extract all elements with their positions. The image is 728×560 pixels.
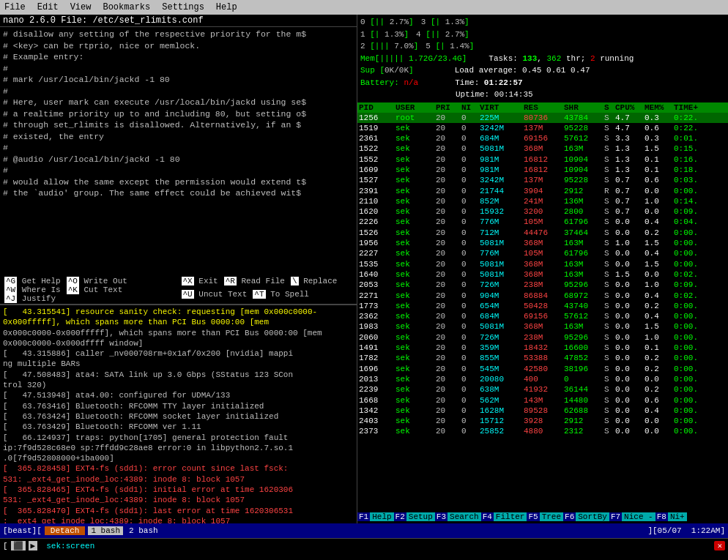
- col-mem[interactable]: MEM%: [645, 103, 674, 112]
- htop-panel: 0 [|| 2.7%] 3 [| 1.3%] 1 [| 1.3%] 4 [|| …: [357, 15, 728, 523]
- table-row[interactable]: 1535 sek 20 0 5081M 368M 163M S 0.0 1.5 …: [357, 259, 728, 269]
- fn4[interactable]: F4Filter: [481, 512, 527, 521]
- log-line: [ 63.763429] Bluetooth: RFCOMM ver 1.11: [3, 422, 354, 432]
- nano-line: # through set_rlimits is disallowed. Alt…: [3, 119, 354, 131]
- table-row[interactable]: 2226 sek 20 0 776M 105M 61796 S 0.0 0.4 …: [357, 217, 728, 227]
- table-row[interactable]: 2239 sek 20 0 638M 41932 36144 S 0.0 0.2…: [357, 384, 728, 395]
- menu-file[interactable]: File: [4, 2, 26, 12]
- log-line: 531: _ext4_get_inode_loc:4389: inode 8: …: [3, 495, 354, 505]
- fn1[interactable]: F1Help: [357, 512, 394, 521]
- col-s[interactable]: S: [604, 103, 615, 112]
- col-time[interactable]: TIME+: [674, 103, 718, 112]
- fn5[interactable]: F5Tree: [527, 512, 563, 521]
- fn8[interactable]: F8Ni+: [655, 512, 687, 521]
- table-row[interactable]: 1552 sek 20 0 981M 16812 10904 S 1.3 0.1…: [357, 154, 728, 165]
- log-line: .0[7f9d52808000+1ba000]: [3, 453, 354, 463]
- log-line: [ 365.828470] EXT4-fs (sdd1): last error…: [3, 506, 354, 516]
- table-row[interactable]: 1342 sek 20 0 1628M 89528 62688 S 0.0 0.…: [357, 406, 728, 416]
- table-row[interactable]: 1526 sek 20 0 712M 44476 37464 S 0.0 0.2…: [357, 228, 728, 238]
- log-line: : _ext4_get_inode_loc:4389: inode 8: blo…: [3, 516, 354, 523]
- nano-line: #: [3, 165, 354, 176]
- col-res[interactable]: RES: [524, 103, 564, 112]
- table-row[interactable]: 2110 sek 20 0 852M 241M 136M S 0.7 1.0 0…: [357, 196, 728, 206]
- table-row[interactable]: 2403 sek 20 0 15712 3928 2912 S 0.0 0.0 …: [357, 416, 728, 426]
- table-row[interactable]: 1519 sek 20 0 3242M 137M 95228 S 4.7 0.6…: [357, 123, 728, 133]
- fn3[interactable]: F3Search: [435, 512, 481, 521]
- table-row[interactable]: 1609 sek 20 0 981M 16812 10904 S 1.3 0.1…: [357, 165, 728, 175]
- nano-line: # Here, user mark can execute /usr/local…: [3, 97, 354, 108]
- col-ni[interactable]: NI: [461, 103, 480, 112]
- table-row[interactable]: 1256 root 20 0 225M 80736 43784 S 4.7 0.…: [357, 113, 728, 123]
- log-line: [ 63.763424] Bluetooth: RFCOMM socket la…: [3, 411, 354, 422]
- col-shr[interactable]: SHR: [564, 103, 604, 112]
- nano-line: #: [3, 142, 354, 154]
- table-row[interactable]: 1620 sek 20 0 15932 3200 2800 S 0.7 0.0 …: [357, 206, 728, 217]
- table-row[interactable]: 2373 sek 20 0 25852 4880 2312 S 0.0 0.0 …: [357, 426, 728, 436]
- table-row[interactable]: 2362 sek 20 0 684M 69156 57612 S 0.0 0.4…: [357, 311, 728, 321]
- col-pid[interactable]: PID: [359, 103, 395, 112]
- terminal-log[interactable]: [ 43.315541] resource sanity check: requ…: [0, 304, 357, 523]
- table-row[interactable]: 1956 sek 20 0 5081M 368M 163M S 1.0 1.5 …: [357, 238, 728, 248]
- table-row[interactable]: 2013 sek 20 0 20080 400 0 S 0.0 0.0 0:00…: [357, 374, 728, 384]
- nano-title-text: nano 2.6.0 File: /etc/set_rlimits.conf: [3, 15, 204, 26]
- nano-line: #: [3, 86, 354, 97]
- nano-line: # mark /usr/local/bin/jackd -1 80: [3, 74, 354, 86]
- tab-1-bash[interactable]: 1 bash: [88, 526, 123, 535]
- table-row[interactable]: 1773 sek 20 0 654M 50428 43740 S 0.0 0.2…: [357, 301, 728, 311]
- nano-line: # @audio /usr/local/bin/jackd -1 80: [3, 154, 354, 165]
- status-left-bracket: [: [3, 542, 8, 550]
- col-cpu[interactable]: CPU%: [615, 103, 645, 112]
- fn6[interactable]: F6SortBy: [563, 512, 609, 521]
- table-row[interactable]: 2227 sek 20 0 776M 105M 61796 S 0.0 0.4 …: [357, 248, 728, 258]
- fn2[interactable]: F2Setup: [394, 512, 435, 521]
- log-line: [ 43.315886] caller _nv000708rm+0x1af/0x…: [3, 348, 354, 359]
- table-row[interactable]: 1522 sek 20 0 5081M 368M 163M S 1.3 1.5 …: [357, 143, 728, 154]
- table-row[interactable]: 2271 sek 20 0 904M 86884 68972 S 0.0 0.4…: [357, 291, 728, 301]
- nano-line: # disallow any setting of the respective…: [3, 29, 354, 40]
- terminal-icon[interactable]: ▶: [29, 541, 38, 550]
- col-pri[interactable]: PRI: [436, 103, 461, 112]
- log-line: [ 47.508483] ata4: SATA link up 3.0 Gbps…: [3, 370, 354, 380]
- taskbar: [beast][ Detach 1 bash 2 bash ][05/07 1:…: [0, 523, 728, 538]
- log-line: 0x000c0000-0x000fffff], which spans more…: [3, 328, 354, 338]
- log-line: ip:7f9d528c68e0 sp:7ffdd9c28ae8 error:0 …: [3, 443, 354, 453]
- nano-editor-content[interactable]: # disallow any setting of the respective…: [0, 27, 357, 276]
- table-row[interactable]: 1640 sek 20 0 5081M 368M 163M S 1.5 0.0 …: [357, 269, 728, 280]
- htop-table-header: PID USER PRI NI VIRT RES SHR S CPU% MEM%…: [357, 102, 728, 113]
- table-row[interactable]: 2361 sek 20 0 684M 69156 57612 S 3.3 0.3…: [357, 133, 728, 143]
- table-row[interactable]: 1983 sek 20 0 5081M 368M 163M S 0.0 1.5 …: [357, 321, 728, 332]
- menu-bookmarks[interactable]: Bookmarks: [103, 2, 150, 12]
- log-line: 531: _ext4_get_inode_loc:4389: inode 8: …: [3, 474, 354, 485]
- table-row[interactable]: 1527 sek 20 0 3242M 137M 95228 S 0.7 0.6…: [357, 175, 728, 185]
- menu-help[interactable]: Help: [216, 2, 237, 12]
- nano-line: # the `audio' group. The same effect cou…: [3, 187, 354, 199]
- nano-line: # a realtime priority up to and includin…: [3, 108, 354, 120]
- table-row[interactable]: 1696 sek 20 0 545M 42580 38196 S 0.0 0.2…: [357, 364, 728, 374]
- table-row[interactable]: 2053 sek 20 0 726M 238M 95296 S 0.0 1.0 …: [357, 280, 728, 290]
- nano-line: #: [3, 63, 354, 75]
- htop-header: 0 [|| 2.7%] 3 [| 1.3%] 1 [| 1.3%] 4 [|| …: [357, 15, 728, 102]
- menu-view[interactable]: View: [70, 2, 92, 12]
- detach-button[interactable]: Detach: [45, 526, 86, 535]
- table-row[interactable]: 1668 sek 20 0 562M 143M 14480 S 0.0 0.6 …: [357, 395, 728, 406]
- table-row[interactable]: 1491 sek 20 0 359M 18432 16600 S 0.0 0.1…: [357, 343, 728, 353]
- menu-edit[interactable]: Edit: [37, 2, 59, 12]
- table-row[interactable]: 2391 sek 20 0 21744 3904 2912 R 0.7 0.0 …: [357, 186, 728, 196]
- table-row[interactable]: 2060 sek 20 0 726M 238M 95296 S 0.0 1.0 …: [357, 332, 728, 343]
- col-virt[interactable]: VIRT: [480, 103, 524, 112]
- col-user[interactable]: USER: [395, 103, 436, 112]
- fn7[interactable]: F7Nice -: [609, 512, 655, 521]
- session-name: sek:screen: [46, 542, 94, 550]
- menu-settings[interactable]: Settings: [162, 2, 204, 12]
- terminal-window-indicator: ⬛: [11, 541, 26, 550]
- nano-keybindings: ^G Get Help ^O Write Out ^W Where Is ^K …: [0, 276, 357, 304]
- log-line: [ 365.828458] EXT4-fs (sdd1): error coun…: [3, 463, 354, 474]
- table-row[interactable]: 1782 sek 20 0 855M 53388 47852 S 0.0 0.2…: [357, 353, 728, 363]
- main-area: nano 2.6.0 File: /etc/set_rlimits.conf #…: [0, 15, 728, 523]
- menubar: File Edit View Bookmarks Settings Help: [0, 0, 728, 15]
- screen-left-bracket: [beast][: [3, 526, 42, 535]
- tab-2-bash[interactable]: 2 bash: [126, 526, 161, 535]
- close-icon[interactable]: ✕: [714, 541, 725, 550]
- log-line: [ 47.513948] ata4.00: configured for UDM…: [3, 390, 354, 400]
- log-line: 0x000c0000-0x000dffff window]: [3, 338, 354, 348]
